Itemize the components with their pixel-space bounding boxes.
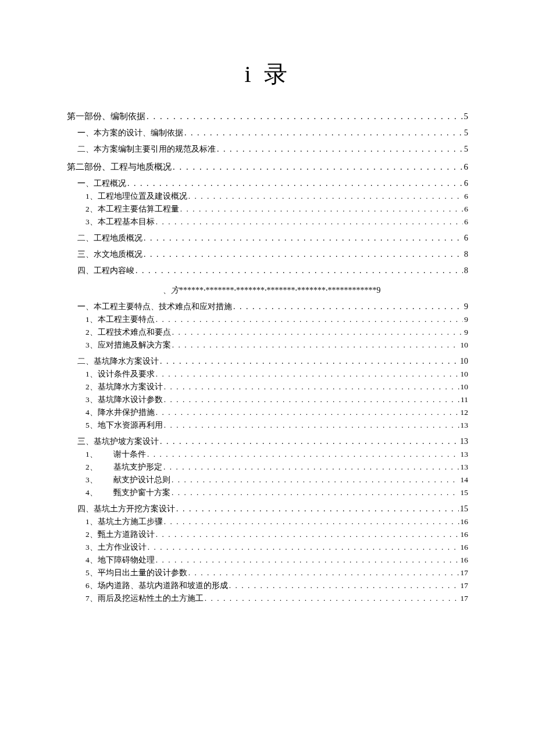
toc-entry: 二、基坑降水方案设计10 <box>67 356 468 367</box>
toc-label: 谢十条件 <box>113 449 146 460</box>
toc-page-number: 14 <box>461 475 469 485</box>
toc-page-number: 10 <box>461 370 469 379</box>
toc-label: 三、基坑护坡方案设计 <box>77 436 159 447</box>
toc-label: 6、场内道路、基坑内道路和坡道的形成 <box>85 581 228 591</box>
toc-leader <box>164 382 459 392</box>
toc-label: 一、本工程主要特点、技术难点和应对措施 <box>77 302 232 312</box>
toc-entry: 3、土方作业设计16 <box>67 542 468 553</box>
toc-label: 三、水文地质概况 <box>77 249 142 260</box>
toc-label: 2、基坑降水方案设计 <box>85 382 163 392</box>
toc-page-number: 16 <box>461 543 469 552</box>
toc-entry: 4、甄支护窗十方案15 <box>67 488 468 498</box>
toc-page-number: 9 <box>464 302 468 311</box>
toc-entry: 四、基坑土方开挖方案设计15 <box>67 504 468 514</box>
toc-leader <box>156 530 459 539</box>
toc-page-number: 6 <box>464 217 468 227</box>
toc-leader <box>147 112 463 121</box>
toc-label: 甄支护窗十方案 <box>113 488 170 498</box>
toc-entry: 1、工程地理位置及建设概况6 <box>67 191 468 202</box>
toc-entry: 2、基坑降水方案设计10 <box>67 382 468 392</box>
toc-entry: 1、本工程主要特点9 <box>67 314 468 325</box>
toc-entry: 四、工程内容峻8 <box>67 266 468 276</box>
toc-entry: 二、工程地质概况6 <box>67 233 468 243</box>
toc-label: 3、应对措施及解决方案 <box>85 340 171 350</box>
toc-leader <box>188 192 463 201</box>
toc-leader <box>160 437 459 446</box>
toc-label: 2、本工程主要估算工程量 <box>85 204 179 214</box>
toc-entry: 4、地下障碍物处理16 <box>67 555 468 565</box>
toc-leader <box>172 475 459 485</box>
toc-entry: 一、本方案的设计、编制依据5 <box>67 128 468 138</box>
toc-entry: 1、谢十条件13 <box>67 449 468 460</box>
toc-leader <box>229 581 459 590</box>
toc-label: 1、本工程主要特点 <box>85 314 155 325</box>
toc-leader <box>172 488 459 497</box>
toc-page-number: 15 <box>461 488 469 497</box>
toc-page-number: 10 <box>461 382 469 392</box>
toc-entry: 1、设计条件及要求10 <box>67 369 468 379</box>
toc-page-number: 6 <box>464 192 468 201</box>
toc-label: 献支护设计总则 <box>113 475 170 485</box>
toc-entry: 3、献支护设计总则14 <box>67 475 468 485</box>
toc-page-number: 17 <box>461 594 469 603</box>
toc-leader <box>172 328 463 337</box>
toc-page-number: 16 <box>461 556 469 565</box>
toc-entry: 3、应对措施及解决方案10 <box>67 340 468 350</box>
toc-entry: 一、工程概况6 <box>67 178 468 189</box>
toc-page-number: 11 <box>461 395 468 404</box>
toc-entry: 第二部份、工程与地质概况6 <box>67 162 468 173</box>
toc-label: 3、土方作业设计 <box>85 542 147 553</box>
toc-entry: 7、雨后及挖运粘性土的土方施工17 <box>67 593 468 604</box>
toc-entry: 2、本工程主要估算工程量6 <box>67 204 468 214</box>
toc-label: 一、本方案的设计、编制依据 <box>77 128 183 138</box>
toc-leader <box>144 234 463 243</box>
toc-page-number: 5 <box>464 112 469 121</box>
toc-entry: 1、基坑土方施工步骤16 <box>67 517 468 527</box>
toc-leader <box>233 302 463 311</box>
toc-label: 、方******·*******·*******·*******·*******… <box>163 286 381 295</box>
toc-leader <box>148 543 459 552</box>
toc-label: 3、本工程基本目标 <box>85 217 155 227</box>
toc-page-number: 15 <box>460 504 468 514</box>
toc-leader <box>164 421 459 430</box>
toc-label: 1、基坑土方施工步骤 <box>85 517 163 527</box>
toc-leader <box>163 463 459 472</box>
toc-leader <box>144 250 463 259</box>
toc-leader <box>135 266 463 275</box>
toc-leader <box>156 315 463 324</box>
toc-leader <box>205 594 459 603</box>
toc-page-number: 10 <box>461 341 469 350</box>
toc-label: 3、基坑降水设计参数 <box>85 395 163 405</box>
page-container: i 录 第一部份、编制依据5一、本方案的设计、编制依据5二、本方案编制主要引用的… <box>0 0 535 641</box>
toc-leader <box>188 568 459 578</box>
toc-entry: 一、本工程主要特点、技术难点和应对措施9 <box>67 302 468 312</box>
toc-label: 第二部份、工程与地质概况 <box>67 162 172 173</box>
toc-entry: 三、水文地质概况8 <box>67 249 468 260</box>
toc-leader <box>164 395 459 404</box>
toc-page-number: 10 <box>460 357 468 366</box>
toc-label: 7、雨后及挖运粘性土的土方施工 <box>85 593 204 604</box>
toc-leader <box>156 217 463 227</box>
toc-page-number: 8 <box>464 250 468 259</box>
toc-label: 四、工程内容峻 <box>77 266 134 276</box>
toc-leader <box>184 128 463 138</box>
toc-entry: 二、本方案编制主要引用的规范及标准5 <box>67 144 468 155</box>
toc-leader <box>172 341 459 350</box>
toc-page-number: 6 <box>464 205 468 214</box>
toc-label: 二、基坑降水方案设计 <box>77 356 159 367</box>
toc-entry-special: 、方******·*******·*******·*******·*******… <box>67 285 468 296</box>
toc-page-number: 13 <box>460 437 468 446</box>
toc-label: 5、地下水资源再利用 <box>85 420 163 431</box>
toc-page-number: 6 <box>464 162 469 172</box>
toc-entry: 第一部份、编制依据5 <box>67 111 468 122</box>
toc-label: 二、本方案编制主要引用的规范及标准 <box>77 144 216 155</box>
toc-entry: 3、本工程基本目标6 <box>67 217 468 227</box>
toc-label: 1、工程地理位置及建设概况 <box>85 191 187 202</box>
toc-leader <box>164 517 459 526</box>
toc-page-number: 9 <box>464 328 468 337</box>
toc-label: 5、平均日出土量的设计参数 <box>85 568 187 578</box>
toc-entry: 2、基坑支护形定13 <box>67 462 468 472</box>
toc-leader <box>156 408 459 417</box>
toc-leader <box>156 556 459 565</box>
toc-leader <box>160 357 459 366</box>
